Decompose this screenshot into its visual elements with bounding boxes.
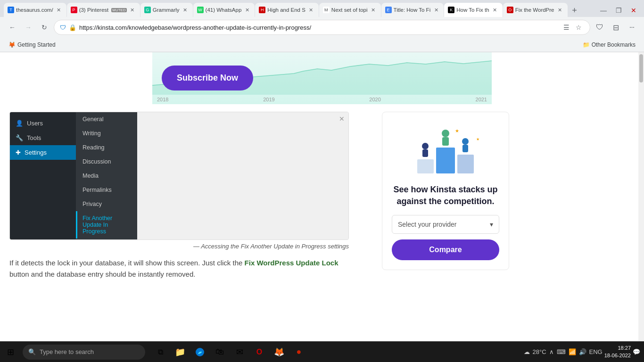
collections-icon[interactable]: ⊟ (609, 21, 622, 34)
other-bookmarks[interactable]: 📁 Other Bookmarks (580, 41, 638, 49)
taskbar-right-area: ☁ 28°C ∧ ⌨ 📶 🔊 ENG 18:27 18-06-2022 💬 (524, 345, 644, 359)
new-tab-button[interactable]: + (568, 4, 581, 17)
store-button[interactable]: 🛍 (210, 343, 229, 362)
chevron-down-icon: ▾ (490, 221, 493, 228)
tab-favicon-grammarly: G (144, 7, 151, 13)
wp-menu-users[interactable]: 👤 Users (10, 116, 76, 131)
firefox-button[interactable]: 🦊 (270, 343, 289, 362)
tab-pinterest[interactable]: P(3) PinterestMUTED✕ (67, 3, 140, 17)
settings-icon: ✚ (16, 149, 21, 156)
provider-select[interactable]: Select your provider ▾ (392, 215, 499, 234)
wp-submenu-general[interactable]: General (76, 112, 137, 126)
tab-close-kinsta[interactable]: ✕ (491, 6, 499, 14)
tab-gmail[interactable]: MNext set of topi✕ (319, 3, 381, 17)
wp-submenu-writing[interactable]: Writing (76, 126, 137, 140)
tab-title-thesaurus: thesaurus.com/ (16, 7, 53, 13)
minimize-button[interactable]: — (597, 4, 610, 17)
clock-date: 18-06-2022 (604, 352, 631, 359)
wp-submenu-discussion[interactable]: Discussion (76, 155, 137, 169)
clock-time: 18:27 (604, 345, 631, 352)
svg-rect-10 (462, 145, 468, 152)
muted-badge-pinterest: MUTED (111, 8, 126, 12)
taskbar-clock[interactable]: 18:27 18-06-2022 (604, 345, 631, 359)
firefox-bookmark-icon: 🦊 (8, 41, 16, 48)
close-button[interactable]: ✕ (627, 4, 640, 17)
reader-icon[interactable]: ☰ (561, 22, 572, 33)
mail-button[interactable]: ✉ (230, 343, 249, 362)
tab-close-title[interactable]: ✕ (432, 6, 440, 14)
bookmark-label: Getting Started (17, 41, 56, 48)
edge-button[interactable] (190, 343, 209, 362)
comparison-illustration: 1 2 3 (392, 122, 499, 178)
forward-button[interactable]: → (22, 21, 35, 34)
svg-text:★: ★ (476, 137, 479, 141)
wp-menu-label-settings: Settings (25, 149, 47, 156)
tools-icon: 🔧 (16, 134, 23, 141)
tab-fix[interactable]: OFix the WordPre✕ (503, 3, 568, 17)
wp-submenu-permalinks[interactable]: Permalinks (76, 183, 137, 197)
browser-chrome: Tthesaurus.com/✕P(3) PinterestMUTED✕GGra… (0, 0, 644, 52)
address-bar[interactable]: 🛡 🔒 https://kinsta.com/knowledgebase/wor… (54, 20, 590, 35)
compare-button[interactable]: Compare (392, 239, 499, 260)
scrollbar-thumb[interactable] (639, 54, 643, 82)
weather-icon[interactable]: ☁ (524, 348, 530, 355)
file-explorer-button[interactable]: 📁 (171, 343, 190, 362)
tab-thesaurus[interactable]: Tthesaurus.com/✕ (4, 3, 66, 17)
article-text: If it detects the lock in your database,… (9, 257, 349, 280)
wp-submenu-media[interactable]: Media (76, 169, 137, 183)
opera-button[interactable]: O (250, 343, 269, 362)
back-button[interactable]: ← (6, 21, 19, 34)
reload-button[interactable]: ↻ (38, 21, 51, 34)
tab-title-gmail: Next set of topi (331, 7, 368, 13)
wp-menu-label-tools: Tools (27, 134, 41, 141)
circle-app-button[interactable]: ● (289, 343, 308, 362)
article-text-2: button and the database entry should be … (9, 270, 195, 278)
chart-label-2020: 2020 (369, 97, 380, 102)
subscribe-now-button[interactable]: Subscribe Now (162, 66, 253, 90)
tab-title-high: High and End S (267, 7, 305, 13)
tab-title-grammarly: Grammarly (153, 7, 180, 13)
tab-whatsapp[interactable]: W(41) WhatsApp✕ (193, 3, 255, 17)
tab-bar: Tthesaurus.com/✕P(3) PinterestMUTED✕GGra… (0, 0, 644, 17)
wp-menu-tools[interactable]: 🔧 Tools (10, 131, 76, 145)
taskbar-search[interactable]: 🔍 Type here to search (23, 345, 145, 360)
tab-close-gmail[interactable]: ✕ (370, 6, 377, 14)
comparison-widget: 1 2 3 (382, 112, 509, 270)
tab-kinsta[interactable]: KHow To Fix th✕ (444, 3, 502, 17)
menu-button[interactable]: ··· (625, 21, 638, 34)
bookmark-getting-started[interactable]: 🦊 Getting Started (6, 41, 58, 49)
scrollbar[interactable] (638, 52, 644, 362)
weather-temp: 28°C (533, 348, 546, 355)
wp-menu-settings[interactable]: ✚ Settings (10, 145, 76, 160)
svg-rect-12 (422, 149, 428, 157)
page-content: 2018 2019 2020 2021 Subscribe Now (0, 52, 644, 362)
tab-favicon-kinsta: K (448, 7, 454, 13)
tab-title-kinsta: How To Fix th (456, 7, 489, 13)
notification-button[interactable]: 💬 (633, 348, 640, 355)
tab-title-title: Title: How To Fi (394, 7, 431, 13)
article-text-1: If it detects the lock in your database,… (9, 259, 245, 267)
task-view-button[interactable]: ⧉ (151, 343, 170, 362)
expand-icons[interactable]: ∧ (549, 348, 554, 355)
speaker-icon[interactable]: 🔊 (579, 348, 586, 355)
tab-title[interactable]: ETitle: How To Fi✕ (381, 3, 444, 17)
tab-close-fix[interactable]: ✕ (556, 6, 564, 14)
wp-submenu-reading[interactable]: Reading (76, 140, 137, 155)
tab-high[interactable]: HHigh and End S✕ (255, 3, 319, 17)
tab-close-grammarly[interactable]: ✕ (182, 6, 189, 14)
wp-submenu-privacy[interactable]: Privacy (76, 197, 137, 211)
tab-close-high[interactable]: ✕ (307, 6, 315, 14)
svg-point-9 (462, 138, 469, 145)
maximize-button[interactable]: ❐ (612, 4, 625, 17)
tab-close-pinterest[interactable]: ✕ (129, 6, 136, 14)
wp-submenu-fix-update[interactable]: Fix Another Update In Progress (76, 211, 137, 239)
network-icon[interactable]: 📶 (569, 348, 576, 355)
tab-close-thesaurus[interactable]: ✕ (55, 6, 63, 14)
star-icon[interactable]: ☆ (573, 22, 584, 33)
wp-admin-screenshot: ✕ 👤 Users 🔧 Tools (9, 112, 349, 240)
start-button[interactable]: ⊞ (0, 342, 21, 362)
tab-close-whatsapp[interactable]: ✕ (243, 6, 251, 14)
windows-icon: ⊞ (7, 347, 14, 357)
provider-placeholder: Select your provider (398, 221, 457, 228)
tab-grammarly[interactable]: GGrammarly✕ (140, 3, 193, 17)
